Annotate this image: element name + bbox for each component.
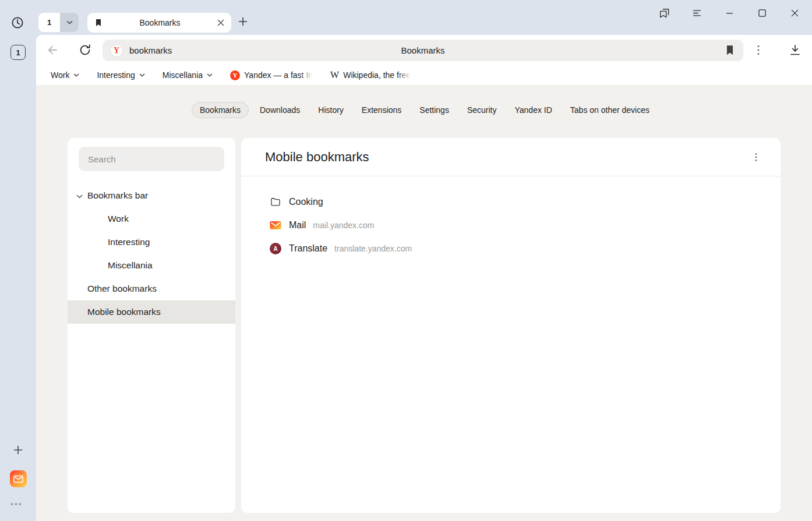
new-tab-button[interactable] [238,16,248,27]
tab-group-chip[interactable]: 1 [38,13,79,32]
bookmark-name: Translate [289,243,327,254]
page-title: Bookmarks [103,45,743,55]
url-text: bookmarks [129,45,172,55]
toolbar-menu-button[interactable] [751,43,765,57]
plus-icon [238,16,248,27]
chevron-down-icon[interactable] [76,194,83,199]
window-controls [659,8,800,19]
tree-item-label: Miscellania [108,260,153,271]
content-header: Mobile bookmarks [241,138,781,176]
chevron-down-icon [73,73,79,77]
bookmark-flag-icon [723,44,736,56]
bookmark-name: Mail [289,220,306,231]
chevron-down-icon [207,73,213,77]
side-rail: 1 ••• [0,0,36,521]
bookmarks-bar: Work Interesting Miscellania Y Yandex — … [36,65,812,85]
nav-tab-bookmarks[interactable]: Bookmarks [192,102,249,118]
back-button[interactable] [45,43,59,57]
bb-folder-work[interactable]: Work [51,70,79,80]
tree-item-label: Mobile bookmarks [87,307,161,317]
manager-nav-tabs: Bookmarks Downloads History Extensions S… [36,101,812,119]
tab-title: Bookmarks [103,18,217,27]
bookmarks-book-icon [94,18,103,27]
search-box [79,147,224,171]
download-icon [788,43,802,57]
nav-tab-security[interactable]: Security [460,101,504,119]
minimize-button[interactable] [724,8,735,19]
browser-surface: Y bookmarks Bookmarks Work [36,35,812,521]
tab-close-button[interactable] [217,19,225,27]
tree-item-bookmarks-bar[interactable]: Bookmarks bar [68,184,235,207]
nav-tab-other-devices[interactable]: Tabs on other devices [563,101,656,119]
bb-folder-miscellania[interactable]: Miscellania [163,70,213,80]
bb-link-wikipedia[interactable]: W Wikipedia, the free [330,70,411,80]
downloads-button[interactable] [788,43,802,57]
translate-icon: A [269,243,282,254]
bookmark-row-translate[interactable]: A Translate translate.yandex.com [241,237,781,260]
kebab-vertical-icon [751,43,765,57]
bookmarks-content-panel: Mobile bookmarks Cooking [241,138,781,513]
rail-add-button[interactable] [13,445,23,455]
window-chrome: 1 Bookmarks [36,0,812,35]
yandex-icon: Y [230,70,240,80]
arrow-left-icon [45,43,59,57]
mail-icon [269,221,282,230]
wikipedia-icon: W [330,70,339,80]
bookmarks-tree: Bookmarks bar Work Interesting Miscellan… [68,184,235,324]
chevron-down-icon [66,20,73,24]
yandex-mail-button[interactable] [10,470,27,487]
tree-item-label: Interesting [108,237,150,247]
rail-more-button[interactable]: ••• [10,499,23,509]
bookmark-url: mail.yandex.com [313,221,374,230]
tree-item-work[interactable]: Work [68,207,235,231]
tree-item-label: Work [108,214,129,224]
nav-tab-extensions[interactable]: Extensions [355,101,408,119]
close-icon [789,8,800,19]
maximize-icon [757,8,768,19]
browser-toolbar: Y bookmarks Bookmarks [36,35,812,65]
nav-tab-settings[interactable]: Settings [412,101,456,119]
nav-tab-yandex-id[interactable]: Yandex ID [507,101,559,119]
bookmark-name: Cooking [289,197,323,207]
bb-folder-interesting[interactable]: Interesting [97,70,144,80]
bb-link-yandex[interactable]: Y Yandex — a fast In [230,70,313,80]
tree-item-mobile-bookmarks[interactable]: Mobile bookmarks [68,300,235,324]
plus-icon [13,445,23,455]
maximize-button[interactable] [757,8,768,19]
bb-folder-label: Miscellania [163,70,203,80]
search-input[interactable] [79,154,224,164]
nav-tab-history[interactable]: History [311,101,351,119]
nav-tab-downloads[interactable]: Downloads [253,101,307,119]
bookmark-flag-button[interactable] [723,44,736,56]
tab-group-chevron[interactable] [60,13,79,32]
clock-icon [10,16,24,30]
minimize-icon [724,8,735,19]
tab-panels-icon [659,8,670,19]
browser-tab[interactable]: Bookmarks [87,13,231,33]
bb-folder-label: Interesting [97,70,135,80]
tree-item-miscellania[interactable]: Miscellania [68,254,235,277]
close-window-button[interactable] [789,8,800,19]
ellipsis-icon: ••• [10,499,23,509]
folder-menu-button[interactable] [748,149,764,165]
tab-panels-button[interactable] [659,8,670,19]
bookmark-row-mail[interactable]: Mail mail.yandex.com [241,214,781,237]
browser-menu-button[interactable] [691,8,702,19]
tree-item-other-bookmarks[interactable]: Other bookmarks [68,277,235,300]
folder-icon [269,196,282,208]
bookmark-row-cooking[interactable]: Cooking [241,190,781,214]
history-clock-button[interactable] [10,16,24,30]
yandex-favicon: Y [110,44,123,57]
content-title: Mobile bookmarks [265,150,748,165]
bookmark-list: Cooking Mail mail.yandex.com A Translate… [241,176,781,260]
tree-item-interesting[interactable]: Interesting [68,231,235,254]
reload-button[interactable] [78,43,92,57]
address-bar[interactable]: Y bookmarks Bookmarks [103,40,743,61]
tab-group-count[interactable]: 1 [38,13,60,32]
tree-item-label: Other bookmarks [87,283,157,294]
kebab-vertical-icon [750,151,762,163]
mail-envelope-icon [13,475,23,483]
hamburger-menu-icon [691,8,702,19]
bookmarks-manager-page: Bookmarks Downloads History Extensions S… [36,85,812,521]
workspace-badge[interactable]: 1 [10,45,26,60]
